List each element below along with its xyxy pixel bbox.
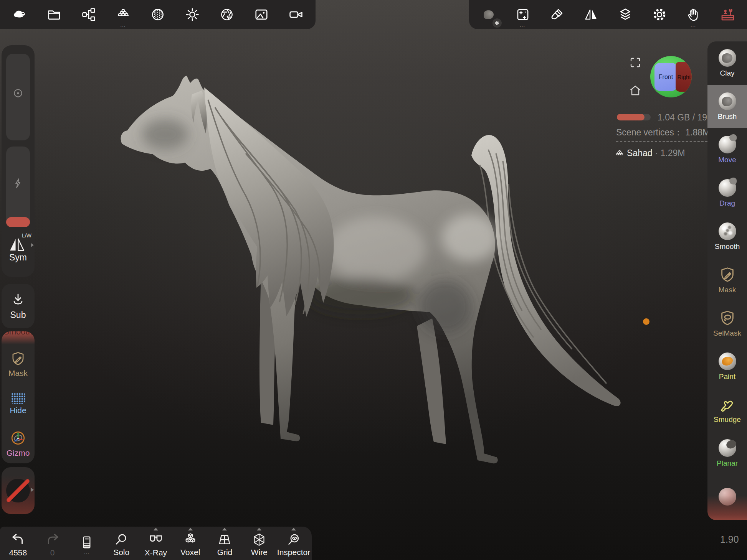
toolbar-bottom: 4558 0 … Solo X-Ray bbox=[0, 527, 312, 560]
voxel-cubes-icon bbox=[183, 532, 198, 547]
falloff-disabled-panel[interactable] bbox=[2, 467, 35, 514]
horse-model[interactable] bbox=[107, 58, 645, 479]
grid-label: Grid bbox=[217, 548, 233, 557]
gestures-button[interactable]: … bbox=[683, 4, 704, 25]
tool-selmask[interactable]: SelMask bbox=[707, 301, 747, 345]
object-vertex-count: · 1.29M bbox=[655, 148, 685, 158]
orientation-cube[interactable]: Front Right bbox=[650, 56, 692, 97]
undo-button[interactable]: 4558 bbox=[2, 527, 35, 560]
move-tool-icon bbox=[719, 136, 736, 153]
symmetry-label: Sym bbox=[2, 252, 35, 263]
inspector-button[interactable]: Inspector bbox=[277, 527, 310, 560]
mask-shield-icon bbox=[10, 351, 26, 367]
lighting-button[interactable] bbox=[182, 4, 203, 25]
quick-tool-hide[interactable]: Hide bbox=[2, 384, 35, 423]
tool-brush[interactable]: Brush bbox=[707, 85, 747, 128]
hide-dissolve-icon bbox=[11, 392, 25, 404]
toolbox-button[interactable] bbox=[717, 4, 739, 25]
voxel-button[interactable]: Voxel bbox=[174, 527, 207, 560]
tool-sidebar: Clay Brush Move Drag Smooth Mask bbox=[707, 41, 747, 520]
symmetry-expand-caret[interactable] bbox=[31, 243, 34, 247]
scrolled-tool-highlight[interactable]: Smooth bbox=[2, 331, 35, 344]
active-object-row[interactable]: Sahad · 1.29M bbox=[615, 148, 685, 158]
clay-tool-icon bbox=[719, 49, 736, 67]
hand-more-dots: … bbox=[683, 23, 704, 26]
scene-vertices-text: Scene vertices： 1.88M bbox=[616, 127, 710, 138]
xray-caret bbox=[154, 528, 158, 530]
paint-tools-button[interactable] bbox=[546, 4, 568, 25]
tool-paint[interactable]: Paint bbox=[707, 345, 747, 388]
stats-separator bbox=[616, 141, 707, 142]
tool-label: Planar bbox=[717, 460, 738, 467]
symmetry-button[interactable] bbox=[580, 4, 602, 25]
postprocess-button[interactable] bbox=[216, 4, 238, 25]
symmetry-toggle-icon[interactable] bbox=[8, 237, 25, 252]
wire-label: Wire bbox=[251, 548, 268, 557]
mirror-icon bbox=[584, 7, 598, 22]
tool-drag[interactable]: Drag bbox=[707, 171, 747, 215]
tool-move[interactable]: Move bbox=[707, 128, 747, 171]
quick-tool-gizmo[interactable]: Gizmo bbox=[2, 424, 35, 463]
mask-shield-icon bbox=[719, 266, 736, 283]
memory-usage-fill bbox=[617, 114, 645, 120]
tool-mask[interactable]: Mask bbox=[707, 258, 747, 301]
intensity-fill[interactable] bbox=[6, 217, 30, 227]
aperture-icon bbox=[220, 7, 234, 22]
gear-icon bbox=[652, 7, 667, 22]
settings-button[interactable] bbox=[649, 4, 670, 25]
redo-icon bbox=[45, 532, 60, 547]
stroke-cursor-dot bbox=[643, 318, 649, 325]
gizmo-icon bbox=[10, 430, 26, 446]
journal-more-dots: … bbox=[84, 551, 90, 554]
sun-icon bbox=[185, 7, 200, 22]
solo-button[interactable]: Solo bbox=[105, 527, 138, 560]
falloff-expand-caret[interactable] bbox=[31, 488, 34, 492]
magnifier-icon bbox=[114, 532, 129, 547]
voxel-label: Voxel bbox=[180, 548, 200, 557]
cube-face-front[interactable]: Front bbox=[654, 63, 677, 91]
quick-tool-label: Gizmo bbox=[7, 448, 30, 458]
tool-smudge[interactable]: Smudge bbox=[707, 388, 747, 432]
layers-button[interactable] bbox=[615, 4, 636, 25]
memory-usage-bar bbox=[617, 114, 651, 120]
xray-button[interactable]: X-Ray bbox=[139, 527, 172, 560]
background-image-button[interactable] bbox=[251, 4, 272, 25]
home-view-button[interactable] bbox=[628, 84, 643, 98]
material-button[interactable] bbox=[147, 4, 169, 25]
layers-icon bbox=[618, 7, 633, 22]
stamps-button[interactable]: … bbox=[512, 4, 534, 25]
inspector-label: Inspector bbox=[277, 548, 310, 557]
matcap-sphere-icon bbox=[150, 7, 165, 22]
tool-label: Smooth bbox=[715, 243, 740, 250]
active-brush-button[interactable] bbox=[478, 4, 499, 25]
intensity-slider[interactable] bbox=[6, 147, 30, 227]
sub-label: Sub bbox=[10, 310, 26, 320]
multires-button[interactable]: … bbox=[112, 4, 134, 25]
radius-slider[interactable] bbox=[6, 54, 30, 140]
files-button[interactable] bbox=[43, 4, 65, 25]
wire-button[interactable]: Wire bbox=[243, 527, 276, 560]
camera-button[interactable] bbox=[285, 4, 307, 25]
quick-tools-panel: Smooth Mask Hide Gizmo bbox=[2, 331, 35, 463]
brush-settings-badge[interactable] bbox=[492, 18, 502, 28]
partial-tool-icon bbox=[719, 488, 736, 506]
app-logo-button[interactable] bbox=[9, 4, 30, 25]
grid-button[interactable]: Grid bbox=[208, 527, 241, 560]
tool-partial-next[interactable] bbox=[707, 475, 747, 518]
redo-button[interactable]: 0 bbox=[36, 527, 69, 560]
subdivision-panel[interactable]: Sub bbox=[2, 284, 35, 328]
quick-tool-mask[interactable]: Mask bbox=[2, 344, 35, 384]
tool-smooth[interactable]: Smooth bbox=[707, 215, 747, 258]
quick-tool-label: Hide bbox=[10, 406, 26, 415]
fullscreen-button[interactable] bbox=[629, 56, 642, 69]
smudge-finger-icon bbox=[719, 396, 736, 413]
toolbar-top-left: … bbox=[0, 0, 316, 29]
tool-clay[interactable]: Clay bbox=[707, 41, 747, 85]
tool-planar[interactable]: Planar bbox=[707, 432, 747, 475]
scene-graph-button[interactable] bbox=[78, 4, 99, 25]
history-journal-button[interactable]: … bbox=[70, 527, 103, 560]
smooth-tool-icon bbox=[719, 222, 736, 240]
tool-label: Smudge bbox=[714, 416, 741, 423]
planar-tool-icon bbox=[719, 439, 736, 457]
quick-tool-label: Mask bbox=[8, 369, 28, 378]
